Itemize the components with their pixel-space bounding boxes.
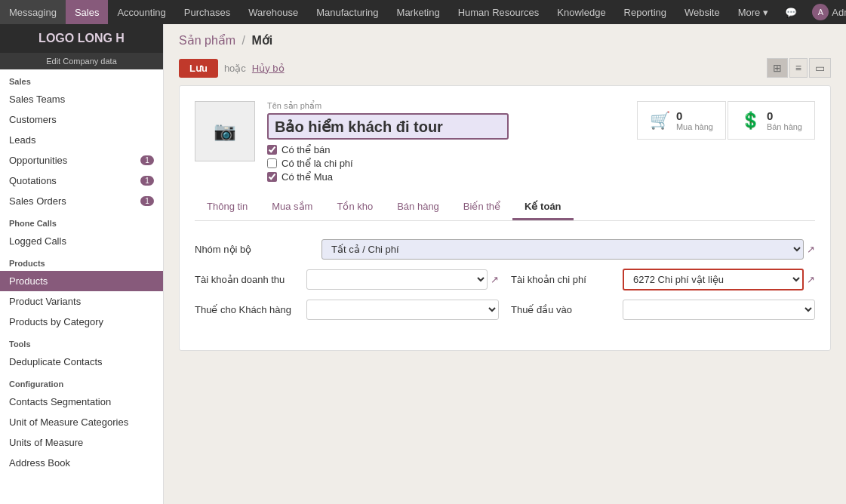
sidebar-item-uom-categories[interactable]: Unit of Measure Categories: [0, 412, 163, 432]
tai-khoan-chi-phi-wrapper: 6272 Chi phí vật liệu: [623, 269, 804, 290]
can-be-expense-label: Có thể là chi phí: [281, 158, 353, 169]
can-sell-label: Có thể bán: [281, 144, 330, 155]
view-kanban-button[interactable]: ⊞: [767, 58, 788, 78]
nav-reporting[interactable]: Reporting: [615, 0, 675, 24]
tai-khoan-doanh-thu-col: Tài khoản doanh thu ↗: [195, 269, 499, 290]
cart-icon: 🛒: [650, 111, 670, 131]
tab-ban-hang[interactable]: Bán hàng: [385, 195, 451, 220]
sidebar-item-product-variants[interactable]: Product Variants: [0, 291, 163, 312]
view-toggle: ⊞ ≡ ▭: [767, 58, 831, 78]
sidebar-item-deduplicate-contacts[interactable]: Deduplicate Contacts: [0, 352, 163, 372]
tab-thong-tin[interactable]: Thông tin: [195, 195, 260, 220]
breadcrumb-parent[interactable]: Sản phẩm: [179, 34, 235, 47]
purchase-stat[interactable]: 🛒 0 Mua hàng: [637, 101, 726, 140]
breadcrumb: Sản phẩm / Mới: [164, 24, 846, 54]
thue-khach-hang-label: Thuế cho Khách hàng: [195, 304, 300, 315]
view-form-button[interactable]: ▭: [809, 58, 831, 78]
product-name-input[interactable]: [267, 113, 509, 140]
can-sell-checkbox-row[interactable]: Có thể bán: [267, 144, 625, 155]
breadcrumb-current: Mới: [252, 34, 273, 47]
nhom-noi-bo-label: Nhóm nội bộ: [195, 244, 315, 255]
sidebar-item-quotations[interactable]: Quotations 1: [0, 171, 163, 191]
product-info: Tên sản phẩm Có thể bán Có thể là chi ph…: [267, 101, 625, 183]
sales-count: 0: [767, 109, 802, 122]
nhom-noi-bo-select[interactable]: Tất cả / Chi phí: [321, 239, 804, 260]
product-form: 📷 Tên sản phẩm Có thể bán Có thể là chi …: [179, 85, 831, 351]
tab-ton-kho[interactable]: Tồn kho: [325, 195, 385, 220]
sidebar-item-products[interactable]: Products: [0, 271, 163, 291]
opportunities-badge: 1: [140, 155, 154, 165]
sidebar-section-configuration: Configuration: [0, 372, 163, 392]
nav-knowledge[interactable]: Knowledge: [548, 0, 614, 24]
sidebar-item-customers[interactable]: Customers: [0, 109, 163, 130]
nav-sales[interactable]: Sales: [66, 0, 109, 24]
sales-stat[interactable]: 💲 0 Bán hàng: [728, 101, 815, 140]
nav-more[interactable]: More ▾: [729, 0, 778, 24]
tai-khoan-doanh-thu-select[interactable]: [306, 269, 488, 290]
nav-warehouse[interactable]: Warehouse: [239, 0, 307, 24]
sidebar-item-contacts-segmentation[interactable]: Contacts Segmentation: [0, 392, 163, 412]
discard-button[interactable]: Hủy bỏ: [252, 63, 285, 74]
can-buy-checkbox[interactable]: [267, 172, 277, 182]
nav-purchases[interactable]: Purchases: [175, 0, 239, 24]
tab-ke-toan[interactable]: Kế toán: [512, 195, 573, 220]
dollar-icon: 💲: [740, 111, 761, 131]
action-bar: Lưu hoặc Hủy bỏ ⊞ ≡ ▭: [164, 54, 846, 85]
tai-khoan-chi-phi-label: Tài khoản chi phí: [511, 274, 617, 285]
sidebar-item-sales-teams[interactable]: Sales Teams: [0, 89, 163, 109]
purchase-label: Mua hàng: [676, 122, 713, 131]
sidebar-section-sales: Sales: [0, 69, 163, 89]
tab-mua-sam[interactable]: Mua sắm: [260, 195, 325, 220]
sidebar-item-units-of-measure[interactable]: Units of Measure: [0, 432, 163, 453]
nav-marketing[interactable]: Marketing: [388, 0, 449, 24]
thue-row: Thuế cho Khách hàng Thuế đầu vào: [195, 300, 815, 320]
can-sell-checkbox[interactable]: [267, 145, 277, 155]
sidebar-item-products-by-category[interactable]: Products by Category: [0, 312, 163, 332]
company-logo: LOGO LONG H: [0, 24, 163, 53]
user-avatar[interactable]: A Administrator ▾: [804, 4, 846, 20]
thue-dau-vao-col: Thuế đầu vào: [511, 300, 815, 320]
sidebar-section-products: Products: [0, 251, 163, 271]
nhom-noi-bo-external-link[interactable]: ↗: [807, 244, 815, 255]
save-button[interactable]: Lưu: [179, 59, 218, 78]
product-tabs: Thông tin Mua sắm Tồn kho Bán hàng Biến …: [195, 195, 815, 221]
product-header: 📷 Tên sản phẩm Có thể bán Có thể là chi …: [195, 101, 815, 183]
chat-icon[interactable]: 💬: [777, 7, 804, 18]
chevron-down-icon: ▾: [763, 7, 768, 18]
tab-bien-the[interactable]: Biến thể: [451, 195, 512, 220]
nav-human-resources[interactable]: Human Resources: [449, 0, 549, 24]
can-be-expense-checkbox[interactable]: [267, 158, 277, 168]
edit-company-button[interactable]: Edit Company data: [0, 53, 163, 69]
logo-text: LOGO LONG H: [9, 32, 154, 45]
quotations-badge: 1: [140, 176, 154, 186]
thue-dau-vao-label: Thuế đầu vào: [511, 304, 617, 315]
product-stats: 🛒 0 Mua hàng 💲 0 Bán hàng: [637, 101, 815, 183]
sidebar-item-opportunities[interactable]: Opportunities 1: [0, 150, 163, 171]
sidebar-item-leads[interactable]: Leads: [0, 130, 163, 150]
sidebar-section-tools: Tools: [0, 332, 163, 352]
product-checkboxes: Có thể bán Có thể là chi phí Có thể Mua: [267, 144, 625, 183]
purchase-count: 0: [676, 109, 713, 122]
sidebar-item-logged-calls[interactable]: Logged Calls: [0, 231, 163, 251]
view-list-button[interactable]: ≡: [789, 58, 808, 78]
product-image[interactable]: 📷: [195, 101, 255, 161]
thue-dau-vao-select[interactable]: [623, 300, 815, 320]
can-buy-checkbox-row[interactable]: Có thể Mua: [267, 171, 625, 183]
sidebar-item-address-book[interactable]: Address Book: [0, 453, 163, 473]
can-be-expense-checkbox-row[interactable]: Có thể là chi phí: [267, 158, 625, 169]
can-buy-label: Có thể Mua: [281, 171, 333, 183]
nav-manufacturing[interactable]: Manufacturing: [307, 0, 387, 24]
thue-khach-hang-select[interactable]: [306, 300, 499, 320]
nav-website[interactable]: Website: [675, 0, 729, 24]
main-content: Sản phẩm / Mới Lưu hoặc Hủy bỏ ⊞ ≡ ▭ 📷: [164, 24, 846, 504]
tai-khoan-doanh-thu-link[interactable]: ↗: [491, 274, 499, 285]
sidebar-item-sales-orders[interactable]: Sales Orders 1: [0, 191, 163, 211]
thue-khach-hang-col: Thuế cho Khách hàng: [195, 300, 499, 320]
nav-accounting[interactable]: Accounting: [108, 0, 174, 24]
nav-messaging[interactable]: Messaging: [0, 0, 66, 24]
tai-khoan-chi-phi-link[interactable]: ↗: [807, 274, 815, 285]
tai-khoan-chi-phi-col: Tài khoản chi phí 6272 Chi phí vật liệu …: [511, 269, 815, 290]
sidebar-section-phone-calls: Phone Calls: [0, 211, 163, 231]
tai-khoan-chi-phi-select[interactable]: 6272 Chi phí vật liệu: [624, 270, 802, 289]
product-name-label: Tên sản phẩm: [267, 101, 625, 111]
